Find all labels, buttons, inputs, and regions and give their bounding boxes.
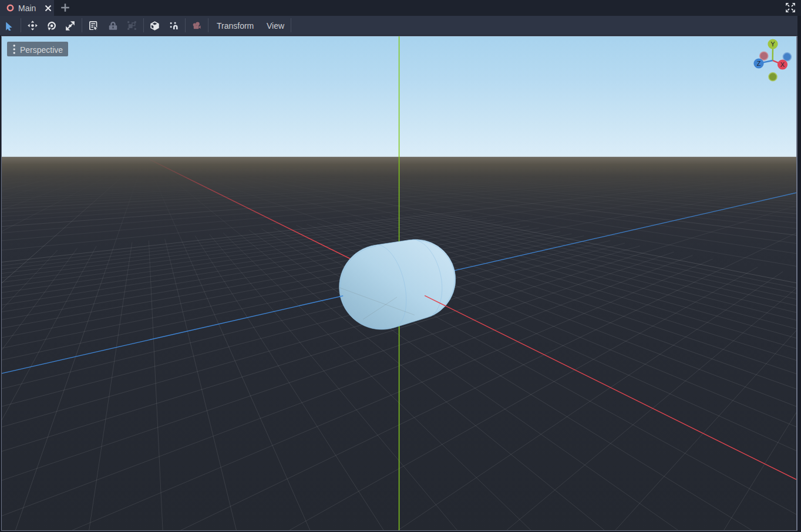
svg-text:Y: Y [770,41,775,48]
svg-text:Z: Z [757,60,761,67]
svg-text:X: X [780,61,785,68]
